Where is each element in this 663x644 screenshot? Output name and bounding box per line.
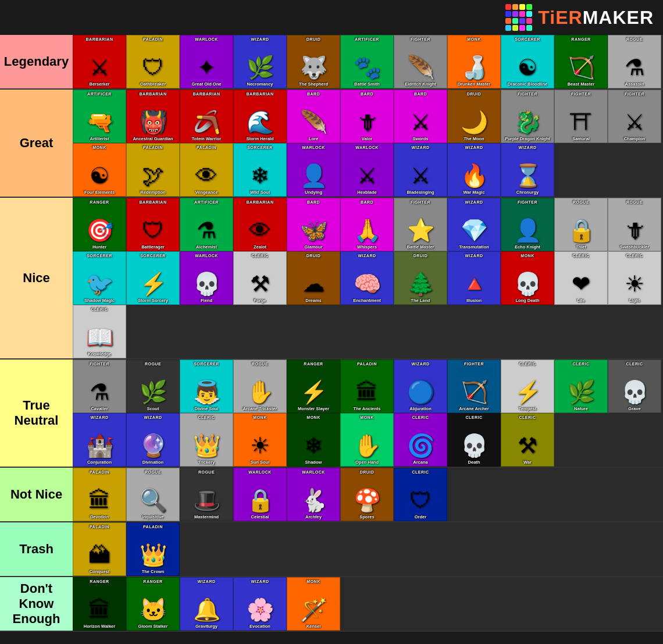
card-trash-0[interactable]: PALADIN🏔Conquest	[73, 522, 126, 576]
card-great-15[interactable]: WARLOCK👤Undying	[287, 143, 340, 197]
card-name-label: Arcane Trickster	[234, 406, 286, 411]
card-great-17[interactable]: WIZARD⚔Bladesinging	[394, 143, 447, 197]
card-legendary-5[interactable]: ARTIFICER🐾Battle Smith	[340, 35, 394, 88]
card-great-10[interactable]: FIGHTER⚔Champion	[608, 90, 661, 143]
card-nice-3[interactable]: BARBARIAN👁Zealot	[233, 198, 287, 251]
card-great-3[interactable]: BARBARIAN🌊Storm Herald	[233, 90, 287, 143]
card-true-neutral-16[interactable]: MONK✋Open Hand	[340, 413, 394, 467]
card-great-2[interactable]: BARBARIAN🪃Totem Warrior	[180, 90, 233, 143]
card-legendary-10[interactable]: ROGUE⚗Assassin	[608, 35, 661, 88]
card-true-neutral-18[interactable]: CLERIC💀Death	[447, 413, 501, 467]
card-dont-know-1[interactable]: RANGER🐱Gloom Stalker	[126, 577, 180, 631]
card-legendary-7[interactable]: MONK🍶Drunken Master	[447, 35, 501, 88]
card-true-neutral-2[interactable]: SORCERER👼Divine Soul	[180, 360, 233, 413]
card-true-neutral-1[interactable]: ROGUE🌿Scout	[126, 360, 180, 413]
card-great-16[interactable]: WARLOCK⚔Hexblade	[340, 143, 394, 197]
card-great-18[interactable]: WIZARD🔥War Magic	[447, 143, 501, 197]
card-great-7[interactable]: DRUID🌙The Moon	[447, 90, 501, 143]
card-nice-22[interactable]: CLERIC📖Knowledge	[73, 305, 126, 358]
card-nice-10[interactable]: ROGUE🗡Swashbuckler	[608, 198, 661, 251]
card-nice-21[interactable]: CLERIC☀Light	[608, 251, 661, 305]
card-nice-6[interactable]: FIGHTER⭐Battle Master	[394, 198, 447, 251]
card-great-1[interactable]: BARBARIAN👹Ancestral Guardian	[126, 90, 180, 143]
card-true-neutral-8[interactable]: CLERIC⚡Tempest	[501, 360, 554, 413]
card-true-neutral-19[interactable]: CLERIC⚒War	[501, 413, 554, 467]
card-not-nice-1[interactable]: ROGUE🔍Inquisitive	[126, 468, 180, 521]
card-nice-16[interactable]: WIZARD🧠Enchantment	[340, 251, 394, 305]
card-legendary-4[interactable]: DRUID🐺The Shepherd	[287, 35, 340, 88]
card-great-14[interactable]: SORCERER❄Wild Soul	[233, 143, 287, 197]
card-true-neutral-9[interactable]: CLERIC🌿Nature	[554, 360, 608, 413]
card-true-neutral-6[interactable]: WIZARD🔵Abjuration	[394, 360, 447, 413]
card-true-neutral-0[interactable]: FIGHTER⚗Cavalier	[73, 360, 126, 413]
card-true-neutral-3[interactable]: ROGUE✋Arcane Trickster	[233, 360, 287, 413]
card-nice-9[interactable]: ROGUE🔒Thief	[554, 198, 608, 251]
card-true-neutral-11[interactable]: WIZARD🏰Conjuration	[73, 413, 126, 467]
card-nice-19[interactable]: MONK💀Long Death	[501, 251, 554, 305]
card-nice-17[interactable]: DRUID🌲The Land	[394, 251, 447, 305]
card-nice-5[interactable]: BARD🙏Whispers	[340, 198, 394, 251]
card-name-label: Abjuration	[394, 406, 447, 411]
card-nice-8[interactable]: FIGHTER👤Echo Knight	[501, 198, 554, 251]
card-true-neutral-13[interactable]: CLERIC👑Trickery	[180, 413, 233, 467]
card-not-nice-0[interactable]: PALADIN🏛Devotion	[73, 468, 126, 521]
card-great-9[interactable]: FIGHTER⛩Samurai	[554, 90, 608, 143]
card-nice-0[interactable]: RANGER🎯Hunter	[73, 198, 126, 251]
logo-text: TiERMAKER	[538, 7, 654, 29]
card-legendary-8[interactable]: SORCERER☯Draconic Bloodline	[501, 35, 554, 88]
card-not-nice-5[interactable]: DRUID🍄Spores	[340, 468, 394, 521]
card-great-8[interactable]: FIGHTER🐉Purple Dragon Knight	[501, 90, 554, 143]
card-true-neutral-14[interactable]: MONK☀Sun Soul	[233, 413, 287, 467]
card-true-neutral-15[interactable]: MONK❄Shadow	[287, 413, 340, 467]
logo-cell-9	[512, 18, 518, 24]
card-not-nice-3[interactable]: WARLOCK🔒Celestial	[233, 468, 287, 521]
tier-items-trash: PALADIN🏔ConquestPALADIN👑The Crown	[73, 522, 663, 576]
card-not-nice-4[interactable]: WARLOCK🐇Archfey	[287, 468, 340, 521]
card-trash-1[interactable]: PALADIN👑The Crown	[126, 522, 180, 576]
card-nice-18[interactable]: WIZARD🔺Illusion	[447, 251, 501, 305]
card-icon: 🙏	[354, 219, 381, 241]
card-great-6[interactable]: BARD⚔Swords	[394, 90, 447, 143]
card-great-0[interactable]: ARTIFICER🔫Artillerist	[73, 90, 126, 143]
card-dont-know-4[interactable]: MONK🪄Kensei	[287, 577, 340, 631]
card-dont-know-2[interactable]: WIZARD🔔Graviturgy	[180, 577, 233, 631]
card-nice-11[interactable]: SORCERER🐦Shadow Magic	[73, 251, 126, 305]
card-great-11[interactable]: MONK☯Four Elements	[73, 143, 126, 197]
card-true-neutral-5[interactable]: PALADIN🏛The Ancients	[340, 360, 394, 413]
card-legendary-6[interactable]: FIGHTER🪶Eldritch Knight	[394, 35, 447, 88]
card-legendary-0[interactable]: BARBARIAN⚔Berserker	[73, 35, 126, 88]
card-class-label: FIGHTER	[394, 200, 447, 205]
card-nice-4[interactable]: BARD🦋Glamour	[287, 198, 340, 251]
card-not-nice-6[interactable]: CLERIC🛡Order	[394, 468, 447, 521]
card-legendary-2[interactable]: WARLOCK✦Great Old One	[180, 35, 233, 88]
card-icon: ⚡	[514, 381, 541, 403]
card-legendary-1[interactable]: PALADIN🛡Oathbreaker	[126, 35, 180, 88]
card-nice-20[interactable]: CLERIC❤Life	[554, 251, 608, 305]
card-nice-1[interactable]: BARBARIAN🛡Battlerager	[126, 198, 180, 251]
card-legendary-9[interactable]: RANGER🏹Beast Master	[554, 35, 608, 88]
card-icon: ☁	[302, 273, 325, 295]
card-true-neutral-7[interactable]: FIGHTER🏹Arcane Archer	[447, 360, 501, 413]
card-nice-12[interactable]: SORCERER⚡Storm Sorcery	[126, 251, 180, 305]
card-class-label: SORCERER	[73, 253, 126, 258]
card-great-12[interactable]: PALADIN🕊Redemption	[126, 143, 180, 197]
card-name-label: Archfey	[287, 514, 340, 520]
card-nice-7[interactable]: WIZARD💎Transmutation	[447, 198, 501, 251]
card-true-neutral-17[interactable]: CLERIC🌀Arcana	[394, 413, 447, 467]
card-true-neutral-10[interactable]: CLERIC💀Grave	[608, 360, 661, 413]
card-nice-15[interactable]: DRUID☁Dreams	[287, 251, 340, 305]
card-icon: ❤	[572, 273, 590, 295]
card-nice-13[interactable]: WARLOCK💀Fiend	[180, 251, 233, 305]
card-not-nice-2[interactable]: ROGUE🎩Mastermind	[180, 468, 233, 521]
card-true-neutral-4[interactable]: RANGER⚡Monster Slayer	[287, 360, 340, 413]
card-true-neutral-12[interactable]: WIZARD🔮Divination	[126, 413, 180, 467]
card-great-5[interactable]: BARD🗡Valor	[340, 90, 394, 143]
card-great-13[interactable]: PALADIN👁Vengeance	[180, 143, 233, 197]
card-great-19[interactable]: WIZARD⌛Chronurgy	[501, 143, 554, 197]
card-great-4[interactable]: BARD🪶Lore	[287, 90, 340, 143]
card-legendary-3[interactable]: WIZARD🌿Necromancy	[233, 35, 287, 88]
card-dont-know-3[interactable]: WIZARD🌸Evocation	[233, 577, 287, 631]
card-nice-14[interactable]: CLERIC⚒Forge	[233, 251, 287, 305]
card-dont-know-0[interactable]: RANGER🏛Horizon Walker	[73, 577, 126, 631]
card-nice-2[interactable]: ARTIFICER⚗Alchemist	[180, 198, 233, 251]
